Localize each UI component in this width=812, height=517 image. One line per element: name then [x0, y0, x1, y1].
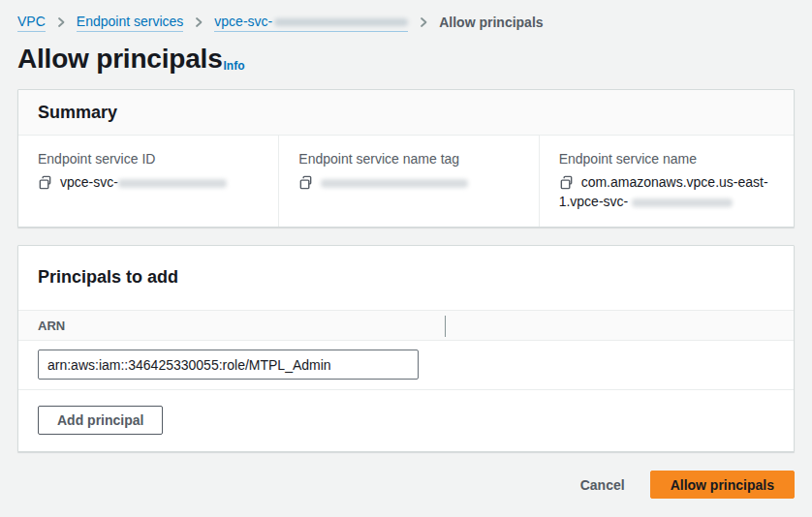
- principals-card-header: Principals to add: [18, 246, 794, 310]
- arn-column-header: ARN: [38, 319, 65, 333]
- breadcrumb-chevron-icon: [419, 16, 428, 28]
- principals-card: Principals to add ARN Add principal: [17, 245, 795, 452]
- field-value: vpce-svc-: [38, 172, 261, 192]
- field-label: Endpoint service name tag: [298, 150, 520, 167]
- page-title: Allow principals: [17, 43, 223, 76]
- summary-grid: Endpoint service ID vpce-svc- Endpoint s…: [18, 136, 794, 227]
- add-principal-button[interactable]: Add principal: [38, 406, 163, 435]
- page-title-row: Allow principals Info: [17, 43, 795, 76]
- redacted-text: [274, 18, 408, 26]
- summary-card: Summary Endpoint service ID vpce-svc- En…: [17, 89, 795, 228]
- breadcrumb-current: Allow principals: [439, 14, 543, 32]
- breadcrumb-label: vpce-svc-: [214, 13, 272, 31]
- field-value-text: vpce-svc-: [60, 174, 118, 190]
- summary-title: Summary: [38, 102, 774, 123]
- summary-card-header: Summary: [18, 90, 794, 136]
- summary-field-endpoint-service-id: Endpoint service ID vpce-svc-: [18, 136, 278, 227]
- breadcrumb-link-vpc[interactable]: VPC: [17, 13, 46, 32]
- column-resize-divider[interactable]: [445, 316, 446, 337]
- breadcrumb-chevron-icon: [56, 16, 66, 28]
- page: VPC Endpoint services vpce-svc- Allow pr…: [0, 0, 812, 499]
- copy-icon[interactable]: [559, 175, 574, 190]
- add-principal-row: Add principal: [18, 390, 794, 451]
- field-value: com.amazonaws.vpce.us-east-1.vpce-svc-: [559, 172, 776, 211]
- footer-actions: Cancel Allow principals: [17, 471, 795, 499]
- field-value: [298, 172, 520, 192]
- summary-field-endpoint-service-name-tag: Endpoint service name tag: [278, 136, 538, 227]
- field-label: Endpoint service ID: [38, 150, 261, 167]
- principals-title: Principals to add: [38, 266, 774, 288]
- arn-input[interactable]: [38, 350, 419, 380]
- cancel-button[interactable]: Cancel: [580, 477, 625, 493]
- info-link[interactable]: Info: [224, 59, 245, 73]
- breadcrumb-link-endpoint-service-id[interactable]: vpce-svc-: [214, 13, 408, 32]
- summary-field-endpoint-service-name: Endpoint service name com.amazonaws.vpce…: [539, 136, 794, 227]
- allow-principals-button[interactable]: Allow principals: [650, 471, 795, 499]
- arn-input-row: [18, 341, 794, 390]
- breadcrumb-link-endpoint-services[interactable]: Endpoint services: [77, 13, 184, 32]
- arn-table-header: ARN: [18, 310, 794, 341]
- breadcrumb-chevron-icon: [194, 16, 203, 28]
- redacted-text: [632, 198, 733, 207]
- redacted-text: [118, 179, 227, 188]
- field-label: Endpoint service name: [559, 150, 776, 167]
- copy-icon[interactable]: [38, 175, 52, 190]
- copy-icon[interactable]: [298, 175, 313, 190]
- breadcrumb: VPC Endpoint services vpce-svc- Allow pr…: [17, 13, 795, 32]
- redacted-text: [321, 179, 468, 188]
